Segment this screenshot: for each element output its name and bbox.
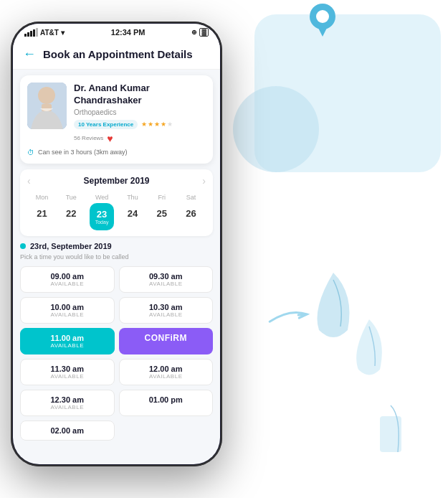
time-slot[interactable]: 12.30 amAVAILABLE	[20, 390, 115, 416]
date-text: 23rd, September 2019	[30, 242, 112, 250]
next-month-button[interactable]: ›	[202, 175, 206, 187]
location-pin	[308, 4, 337, 42]
carrier-label: AT&T	[40, 29, 59, 37]
app-header: ← Book an Appointment Details	[13, 39, 220, 70]
doctor-avatar	[27, 83, 67, 129]
calendar-section: ‹ September 2019 › Mon21Tue22Wed23TodayT…	[20, 169, 213, 236]
time-slot[interactable]: 10.30 amAVAILABLE	[119, 297, 214, 324]
day-number[interactable]: 26	[181, 203, 202, 225]
status-carrier: AT&T ▾	[24, 28, 65, 37]
time-slot[interactable]: 09.00 amAVAILABLE	[20, 266, 115, 293]
time-slot[interactable]: 01.00 pm	[119, 390, 214, 416]
calendar-day[interactable]: Mon21	[31, 194, 52, 230]
time-slot[interactable]: 10.00 amAVAILABLE	[20, 297, 115, 324]
date-dot	[20, 243, 26, 249]
doctor-availability: ⏱ Can see in 3 hours (3km away)	[27, 149, 206, 156]
day-name-label: Tue	[66, 194, 77, 201]
status-icons: ⊕ ▓	[191, 28, 209, 37]
bubble-large	[254, 14, 441, 172]
slots-section[interactable]: 23rd, September 2019 Pick a time you wou…	[13, 240, 220, 464]
day-number[interactable]: 23Today	[90, 203, 114, 230]
day-name-label: Wed	[95, 194, 108, 201]
doctor-badges: 10 Years Experience ★ ★ ★ ★ ★ 56 Reviews…	[74, 120, 206, 144]
selected-date: 23rd, September 2019	[20, 242, 213, 250]
status-time: 12:34 PM	[111, 28, 146, 37]
slot-time-label: 09.00 am	[27, 272, 108, 281]
reviews-count: 56 Reviews	[74, 135, 103, 141]
doctor-card: Dr. Anand Kumar Chandrashaker Orthopaedi…	[20, 75, 213, 164]
prev-month-button[interactable]: ‹	[27, 175, 31, 187]
time-slot[interactable]: 09.30 amAVAILABLE	[119, 266, 214, 293]
slot-time-label: 11.00 am	[27, 334, 108, 342]
slot-availability: AVAILABLE	[27, 342, 108, 349]
time-slot[interactable]: 11.30 amAVAILABLE	[20, 359, 115, 385]
confirm-button[interactable]: CONFiRM	[119, 328, 214, 354]
calendar-day[interactable]: Thu24	[122, 194, 143, 230]
slot-time-label: 12.30 am	[27, 395, 108, 404]
day-number[interactable]: 25	[151, 203, 173, 225]
availability-text: Can see in 3 hours (3km away)	[38, 149, 128, 156]
doctor-name: Dr. Anand Kumar Chandrashaker	[74, 83, 206, 107]
wifi-icon: ▾	[61, 29, 65, 37]
slot-time-label: 11.30 am	[27, 365, 108, 373]
slot-availability: AVAILABLE	[125, 311, 207, 318]
calendar-header: ‹ September 2019 ›	[27, 175, 206, 187]
slot-time-label: 10.30 am	[125, 303, 207, 311]
experience-badge: 10 Years Experience	[74, 120, 138, 129]
star-rating: ★ ★ ★ ★ ★	[141, 121, 173, 128]
svg-marker-2	[317, 25, 328, 37]
confirm-label: CONFiRM	[125, 333, 208, 343]
svg-point-1	[316, 10, 329, 23]
day-name-label: Fri	[158, 194, 166, 201]
slot-availability: AVAILABLE	[27, 281, 108, 287]
leaf-decoration-3	[373, 402, 409, 462]
favorite-icon[interactable]: ♥	[107, 133, 113, 144]
svg-point-5	[38, 87, 55, 104]
time-slot[interactable]: 11.00 amAVAILABLE	[20, 328, 115, 354]
background-decoration	[219, 0, 448, 498]
calendar-days: Mon21Tue22Wed23TodayThu24Fri25Sat26	[27, 194, 206, 230]
day-number[interactable]: 21	[31, 203, 52, 225]
slot-availability: AVAILABLE	[27, 373, 108, 380]
doctor-specialty: Orthopaedics	[74, 108, 206, 116]
day-number[interactable]: 22	[60, 203, 82, 225]
time-slots-grid: 09.00 amAVAILABLE09.30 amAVAILABLE10.00 …	[20, 266, 213, 441]
slot-time-label: 12.00 am	[125, 365, 207, 373]
status-bar: AT&T ▾ 12:34 PM ⊕ ▓	[13, 24, 220, 39]
slot-availability: AVAILABLE	[27, 404, 108, 410]
calendar-month: September 2019	[83, 176, 149, 186]
phone-frame: AT&T ▾ 12:34 PM ⊕ ▓ ← Book an Appointmen…	[11, 22, 222, 466]
slot-time-label: 09.30 am	[125, 272, 207, 281]
calendar-day[interactable]: Sat26	[181, 194, 202, 230]
time-slot[interactable]: 02.00 am	[20, 421, 115, 441]
bubble-small	[233, 86, 319, 172]
leaf-decoration-1	[305, 266, 362, 354]
pick-prompt: Pick a time you would like to be called	[20, 253, 213, 260]
slot-availability: AVAILABLE	[125, 281, 207, 287]
location-indicator: ⊕	[191, 29, 197, 36]
leaf-decoration-2	[348, 316, 391, 390]
calendar-day[interactable]: Tue22	[60, 194, 82, 230]
day-name-label: Mon	[36, 194, 49, 201]
page-title: Book an Appointment Details	[43, 48, 193, 60]
day-number[interactable]: 24	[122, 203, 143, 225]
back-button[interactable]: ←	[23, 47, 36, 62]
battery-icon: ▓	[199, 28, 209, 37]
slot-availability: AVAILABLE	[125, 373, 207, 380]
calendar-day[interactable]: Wed23Today	[90, 194, 114, 230]
day-name-label: Thu	[127, 194, 138, 201]
calendar-day[interactable]: Fri25	[151, 194, 173, 230]
slot-availability: AVAILABLE	[27, 311, 108, 318]
day-name-label: Sat	[186, 194, 196, 201]
slot-time-label: 02.00 am	[27, 426, 108, 435]
svg-rect-3	[380, 416, 401, 452]
slot-time-label: 01.00 pm	[125, 395, 207, 404]
time-slot[interactable]: 12.00 amAVAILABLE	[119, 359, 214, 385]
slot-time-label: 10.00 am	[27, 303, 108, 311]
clock-icon: ⏱	[27, 149, 34, 156]
doctor-info: Dr. Anand Kumar Chandrashaker Orthopaedi…	[74, 83, 206, 144]
arrow-decoration	[262, 295, 312, 347]
